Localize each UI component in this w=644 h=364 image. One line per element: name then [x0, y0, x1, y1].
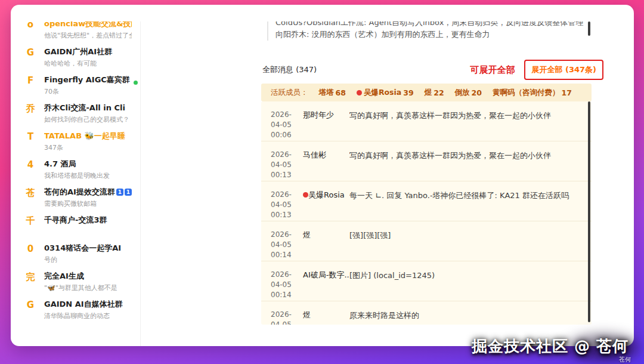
message-sender: 马佳彬 — [303, 150, 349, 181]
chat-list-item[interactable]: 苍 苍何的AI提效交流群11 需要购买微软邮箱 — [24, 184, 140, 212]
unread-dot-icon — [134, 81, 138, 85]
member-count: 22 — [434, 88, 444, 97]
messages-count-label: 全部消息 (347) — [262, 64, 317, 75]
group-title: 苍何的AI提效交流群11 — [44, 187, 132, 198]
message-row: 2026-04-05 煜 原来来时路是这样的 — [261, 301, 592, 325]
chat-detail-panel: ColdUs?Obsidian工作流: Agent自动写入inbox，周末自动归… — [261, 21, 592, 346]
group-subtitle: 70条 — [44, 87, 132, 96]
group-subtitle: 他说"我先想想"，差点错过了全 — [44, 31, 132, 40]
group-title: 0314猪话会一起学AI — [44, 243, 132, 254]
message-date: 2026-04-05 — [271, 230, 292, 249]
group-title: 完全AI生成 — [44, 271, 132, 282]
chat-list-item[interactable]: G GAIDN AI自媒体社群 清华陈晶聊商业的动态 — [24, 297, 140, 325]
active-member: 吴爆Rosia39 — [357, 88, 414, 98]
chat-list-sidebar: o openclaw技能交流&技能群 他说"我先想想"，差点错过了全 G GAI… — [11, 21, 141, 346]
active-member: 倒放20 — [455, 88, 482, 98]
group-subtitle: 如何找到你自己的交易模式？ — [44, 115, 132, 124]
expand-all-button[interactable]: 展开全部 (347条) — [524, 60, 603, 80]
message-date: 2026-04-05 — [271, 110, 292, 129]
message-list: 2026-04-05 00:06 那时年少 写的真好啊，真羡慕这样一群因为热爱，… — [261, 101, 592, 325]
message-text: 每一天 ∟. 回复 Yanbo.-塔神你已经很棒了: KA21 群还在活跃吗 — [349, 190, 582, 221]
message-date: 2026-04-05 — [271, 150, 292, 169]
group-avatar: T — [24, 131, 37, 156]
group-subtitle: "🦋"与群里其他人都不是 — [44, 283, 132, 292]
chat-list-item[interactable]: G GAIDN广州AI社群 哈哈哈哈，有可能 — [24, 44, 140, 72]
group-title: TATALAB 🐝一起早睡 — [44, 131, 132, 141]
group-title: openclaw技能交流&技能群 — [44, 21, 132, 29]
scrollbar-thumb[interactable] — [588, 101, 590, 322]
message-sender: 那时年少 — [303, 110, 349, 141]
chat-list-item[interactable]: 4 4.7 酒局 我和塔塔都是明晚出发 — [24, 156, 140, 184]
message-text: [强][强][强] — [349, 230, 582, 261]
message-text: [图片] (local_id=1245) — [349, 270, 582, 301]
watermark-text: 掘金技术社区 @ 苍何 — [472, 336, 628, 357]
summary-quote-line: 向阳乔木: 没用的东西（艺术）加到有用的东西上，更有生命力 — [275, 29, 592, 41]
message-row: 2026-04-05 00:14 煜 [强][强][强] — [261, 221, 592, 261]
active-members-bar: 活跃成员： 塔塔68 吴爆Rosia39 煜22 倒放20 黄啊码（咨询付费）1… — [261, 84, 592, 101]
group-subtitle: 清华陈晶聊商业的动态 — [44, 311, 132, 320]
group-subtitle: 347条 — [44, 143, 132, 152]
sender-name-text: 吴爆Rosia — [308, 190, 345, 199]
group-title: 千寻商户-交流3群 — [44, 215, 132, 226]
member-count: 17 — [562, 88, 572, 97]
group-title-text: 苍何的AI提效交流群 — [44, 187, 115, 196]
message-text: 原来来时路是这样的 — [349, 310, 582, 325]
message-clock: 00:14 — [271, 251, 292, 259]
group-avatar: 千 — [24, 215, 37, 240]
message-row: 2026-04-05 00:13 吴爆Rosia 每一天 ∟. 回复 Yanbo… — [261, 181, 592, 221]
message-clock: 00:14 — [271, 291, 292, 299]
app-content: o openclaw技能交流&技能群 他说"我先想想"，差点错过了全 G GAI… — [11, 21, 634, 346]
group-avatar: 乔 — [24, 103, 37, 128]
message-date: 2026-04-05 — [271, 190, 292, 209]
chat-list-item[interactable]: 0 0314猪话会一起学AI 号的 — [24, 240, 140, 269]
summary-quote-line: ColdUs?Obsidian工作流: Agent自动写入inbox，周末自动归… — [275, 21, 592, 29]
group-subtitle: 需要购买微软邮箱 — [44, 199, 132, 208]
chat-list-item[interactable]: 完 完全AI生成 "🦋"与群里其他人都不是 — [24, 269, 140, 297]
member-name: 煜 — [425, 88, 432, 98]
message-date: 2026-04-05 — [271, 270, 292, 289]
message-clock: 00:06 — [271, 131, 292, 139]
member-name: 倒放 — [455, 88, 470, 98]
group-subtitle: 我和塔塔都是明晚出发 — [44, 171, 132, 180]
message-sender: AI破局-数字... — [303, 270, 349, 301]
group-title: 乔木Cli交流-All in Cli — [44, 103, 132, 113]
active-members-label: 活跃成员： — [271, 88, 308, 98]
message-time: 2026-04-05 — [271, 310, 303, 325]
chat-list-item[interactable]: 乔 乔木Cli交流-All in Cli 如何找到你自己的交易模式？ — [24, 100, 140, 128]
group-avatar: F — [24, 75, 37, 100]
summary-quote-block: ColdUs?Obsidian工作流: Agent自动写入inbox，周末自动归… — [267, 21, 592, 41]
group-avatar: 苍 — [24, 187, 37, 212]
message-time: 2026-04-05 00:14 — [271, 230, 303, 261]
group-avatar: o — [24, 21, 37, 44]
group-subtitle: 号的 — [44, 255, 132, 264]
app-window: o openclaw技能交流&技能群 他说"我先想想"，差点错过了全 G GAI… — [11, 5, 634, 346]
red-dot-icon — [357, 90, 362, 95]
active-member: 黄啊码（咨询付费）17 — [493, 88, 572, 98]
group-title: GAIDN广州AI社群 — [44, 47, 132, 57]
member-name: 塔塔 — [319, 88, 334, 98]
chat-list-item[interactable]: 千 千寻商户-交流3群 — [24, 212, 140, 240]
member-name: 吴爆Rosia — [364, 88, 401, 98]
scrollbar-thumb[interactable] — [588, 21, 590, 36]
message-date: 2026-04-05 — [271, 310, 292, 325]
message-row: 2026-04-05 00:06 那时年少 写的真好啊，真羡慕这样一群因为热爱，… — [261, 101, 592, 141]
badge-icon: 1 — [116, 189, 123, 196]
message-time: 2026-04-05 00:14 — [271, 270, 303, 301]
chat-list-item[interactable]: T TATALAB 🐝一起早睡 347条 — [24, 128, 140, 156]
active-member: 塔塔68 — [319, 88, 346, 98]
message-time: 2026-04-05 00:13 — [271, 150, 303, 181]
group-title: 4.7 酒局 — [44, 159, 132, 169]
active-member: 煜22 — [425, 88, 444, 98]
message-clock: 00:13 — [271, 211, 292, 219]
chat-list-item[interactable]: F Fingerfly AIGC嘉宾群 70条 — [24, 72, 140, 100]
annotation-text: 可展开全部 — [470, 64, 515, 76]
message-time: 2026-04-05 00:13 — [271, 190, 303, 221]
message-sender: 煜 — [303, 310, 349, 325]
group-subtitle: 哈哈哈哈，有可能 — [44, 59, 132, 68]
message-sender: 煜 — [303, 230, 349, 261]
chat-list-item[interactable]: o openclaw技能交流&技能群 他说"我先想想"，差点错过了全 — [24, 21, 140, 44]
message-row: 2026-04-05 00:13 马佳彬 写的真好啊，真羡慕这样一群因为热爱，聚… — [261, 141, 592, 181]
red-dot-icon — [303, 192, 308, 198]
watermark-subtext: 苍何 — [619, 356, 631, 364]
member-count: 20 — [472, 88, 482, 97]
